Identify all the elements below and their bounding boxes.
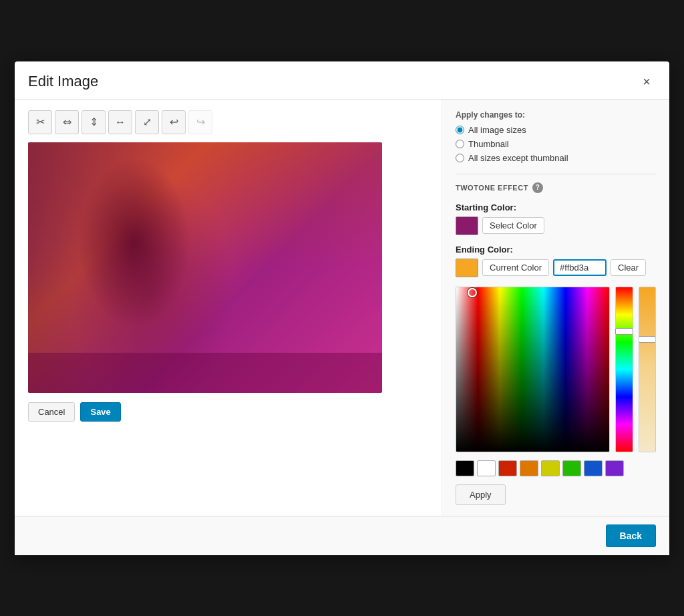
edit-image-modal: Edit Image × ✂ ⇔ ⇕ ↔ ⤢ ↩ ↪ Canc [15, 61, 669, 555]
swatch-green[interactable] [562, 460, 581, 476]
starting-color-swatch[interactable] [456, 216, 478, 235]
starting-color-row: Starting Color: Select Color [456, 202, 656, 235]
swatch-blue[interactable] [584, 460, 603, 476]
flip-vertical-btn[interactable]: ⇕ [81, 110, 106, 134]
clear-color-button[interactable]: Clear [611, 259, 646, 276]
ending-color-swatch[interactable] [456, 259, 478, 277]
color-picker-wrapper [456, 287, 656, 452]
apply-button[interactable]: Apply [456, 484, 506, 505]
color-preview-strip [639, 287, 656, 452]
ending-color-row: Ending Color: Current Color Clear [456, 245, 656, 277]
hue-slider[interactable] [615, 287, 633, 452]
ending-color-controls: Current Color Clear [456, 259, 656, 277]
scale-btn[interactable]: ⤢ [135, 110, 159, 134]
current-color-button[interactable]: Current Color [482, 259, 549, 276]
twotone-header: TWOTONE EFFECT ? [456, 182, 656, 193]
swatch-red[interactable] [498, 460, 517, 476]
swatch-yellow[interactable] [541, 460, 560, 476]
modal-title: Edit Image [28, 73, 98, 90]
bottom-actions: Cancel Save [28, 402, 428, 422]
swatch-white[interactable] [477, 460, 496, 476]
ending-color-label: Ending Color: [456, 245, 656, 255]
hue-slider-thumb [615, 328, 633, 335]
rotate-left-btn[interactable]: ↔ [108, 110, 132, 134]
twotone-title: TWOTONE EFFECT [456, 184, 528, 192]
modal-overlay: Edit Image × ✂ ⇔ ⇕ ↔ ⤢ ↩ ↪ Canc [0, 0, 684, 616]
gradient-overlay [456, 287, 609, 452]
apply-changes-label: Apply changes to: [456, 110, 656, 120]
radio-thumbnail[interactable]: Thumbnail [456, 139, 656, 149]
color-preview-gradient [639, 287, 655, 452]
starting-color-label: Starting Color: [456, 202, 656, 212]
help-icon[interactable]: ? [532, 182, 543, 193]
modal-body: ✂ ⇔ ⇕ ↔ ⤢ ↩ ↪ Cancel Save Apply [15, 100, 669, 516]
swatch-orange[interactable] [520, 460, 538, 476]
radio-thumbnail-label: Thumbnail [468, 139, 509, 149]
color-gradient[interactable] [456, 287, 610, 452]
save-button[interactable]: Save [80, 402, 120, 422]
undo-btn[interactable]: ↩ [162, 110, 186, 134]
left-panel: ✂ ⇔ ⇕ ↔ ⤢ ↩ ↪ Cancel Save [15, 100, 442, 516]
image-caption [28, 353, 382, 393]
modal-footer: Back [15, 516, 669, 555]
crop-btn[interactable]: ✂ [28, 110, 52, 134]
redo-btn[interactable]: ↪ [188, 110, 212, 134]
image-preview [28, 142, 382, 393]
radio-except-thumbnail-label: All sizes except thumbnail [468, 153, 568, 163]
swatch-black[interactable] [456, 460, 474, 476]
swatches-row [456, 460, 656, 476]
radio-all-sizes-label: All image sizes [468, 125, 526, 135]
flip-horizontal-btn[interactable]: ⇔ [55, 110, 79, 134]
back-button[interactable]: Back [606, 524, 656, 547]
right-panel: Apply changes to: All image sizes Thumbn… [442, 100, 669, 516]
radio-group: All image sizes Thumbnail All sizes exce… [456, 125, 656, 163]
swatch-purple[interactable] [605, 460, 624, 476]
modal-close-button[interactable]: × [637, 72, 656, 91]
preview-thumb [639, 336, 656, 343]
toolbar: ✂ ⇔ ⇕ ↔ ⤢ ↩ ↪ [28, 110, 428, 134]
cancel-button[interactable]: Cancel [28, 402, 75, 422]
modal-header: Edit Image × [15, 61, 669, 100]
select-color-button[interactable]: Select Color [482, 217, 544, 234]
starting-color-controls: Select Color [456, 216, 656, 235]
divider [456, 174, 656, 174]
radio-except-thumbnail[interactable]: All sizes except thumbnail [456, 153, 656, 163]
radio-all-sizes[interactable]: All image sizes [456, 125, 656, 135]
color-hex-input[interactable] [553, 259, 607, 276]
